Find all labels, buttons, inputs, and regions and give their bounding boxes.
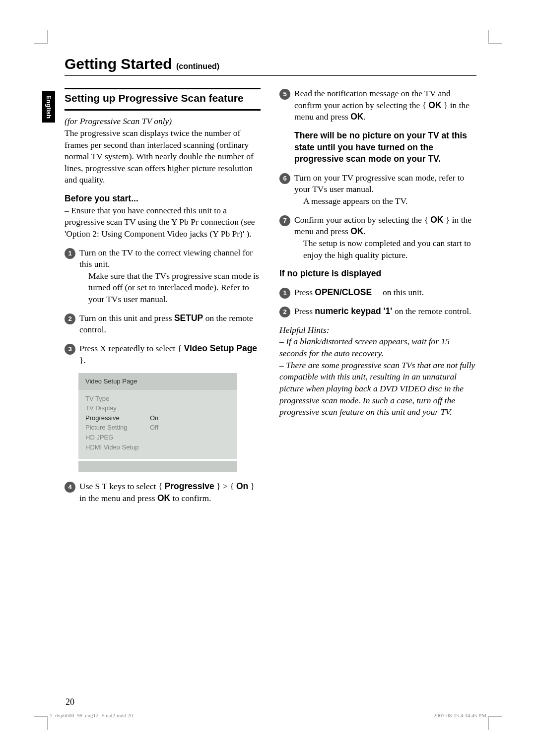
nopic-step-2: 2 Press numeric keypad '1' on the remote… xyxy=(279,306,475,317)
step-text: Confirm your action by selecting the { xyxy=(294,215,430,225)
hints-heading: Helpful Hints: xyxy=(279,324,475,336)
step-badge: 7 xyxy=(279,215,290,226)
step-bold: SETUP xyxy=(174,313,203,323)
intro-body: The progressive scan displays twice the … xyxy=(65,128,254,185)
step-2: 2 Turn on this unit and press SETUP on t… xyxy=(65,313,261,336)
nopic-step-1: 1 Press OPEN/CLOSE on this unit. xyxy=(279,287,475,299)
step-bold: numeric keypad '1' xyxy=(315,306,392,316)
footer-timestamp: 2007-08-15 4:34:45 PM xyxy=(434,712,486,718)
step-text: . xyxy=(364,226,366,236)
crop-mark-bl xyxy=(34,716,48,730)
language-tab: English xyxy=(42,91,55,123)
step-bold: Video Setup Page xyxy=(184,343,258,353)
step-text: Press X repeatedly to select { xyxy=(79,343,184,353)
page-number: 20 xyxy=(66,697,74,707)
step-badge: 2 xyxy=(279,307,290,317)
footer-filename: 1_dvp6600_98_eng12_Final2.indd 20 xyxy=(50,712,133,718)
step-text: Use S T keys to select { xyxy=(79,481,165,491)
step-bold: Progressive xyxy=(165,481,214,491)
step-6: 6 Turn on your TV progressive scan mode,… xyxy=(279,172,475,207)
menu-row: TV Type xyxy=(85,394,230,404)
step-text: Turn on this unit and press xyxy=(79,313,174,323)
page-title-continued: (continued) xyxy=(176,62,219,70)
menu-row-selected: ProgressiveOn xyxy=(85,413,230,423)
menu-header: Video Setup Page xyxy=(78,373,237,390)
step-bold: OK xyxy=(428,100,441,110)
step-text: on this unit. xyxy=(381,287,424,297)
menu-footer-bar xyxy=(78,461,237,472)
step-5: 5 Read the notification message on the T… xyxy=(279,88,475,123)
page-title: Getting Started (continued) xyxy=(65,56,476,76)
step-bold: OK xyxy=(350,226,363,236)
menu-row: TV Display xyxy=(85,403,230,413)
step-bold: On xyxy=(236,481,248,491)
step-text: Read the notification message on the TV … xyxy=(294,88,451,110)
crop-mark-tl xyxy=(34,30,48,44)
hint-1: – If a blank/distorted screen appears, w… xyxy=(279,336,475,359)
step-bold: OPEN/CLOSE xyxy=(315,287,372,297)
step-1: 1 Turn on the TV to the correct viewing … xyxy=(65,247,261,306)
menu-row: Picture SettingOff xyxy=(85,423,230,433)
step-3: 3 Press X repeatedly to select { Video S… xyxy=(65,343,261,366)
step-4: 4 Use S T keys to select { Progressive }… xyxy=(65,481,261,504)
footer: 1_dvp6600_98_eng12_Final2.indd 20 2007-0… xyxy=(50,712,486,718)
hint-2: – There are some progressive scan TVs th… xyxy=(279,360,475,418)
left-column: Setting up Progressive Scan feature (for… xyxy=(65,88,261,511)
step-text: Press xyxy=(294,287,315,297)
step-text: Press xyxy=(294,306,315,316)
menu-row: HDMI Video Setup xyxy=(85,442,230,452)
no-picture-heading: If no picture is displayed xyxy=(279,268,475,280)
step-bold: OK xyxy=(350,112,363,122)
warning-text: There will be no picture on your TV at t… xyxy=(279,130,475,165)
before-body: – Ensure that you have connected this un… xyxy=(65,205,255,239)
before-heading: Before you start... xyxy=(65,193,138,203)
crop-mark-br xyxy=(488,716,502,730)
step-bold: OK xyxy=(157,493,170,503)
step-badge: 6 xyxy=(279,173,290,184)
menu-row: HD JPEG xyxy=(85,433,230,442)
page-title-main: Getting Started xyxy=(65,56,172,72)
step-bold: OK xyxy=(430,215,443,225)
step-text: Turn on your TV progressive scan mode, r… xyxy=(294,173,464,194)
step-sub: A message appears on the TV. xyxy=(294,195,475,207)
step-text: on the remote control. xyxy=(393,306,471,316)
step-7: 7 Confirm your action by selecting the {… xyxy=(279,214,475,261)
step-sub: The setup is now completed and you can s… xyxy=(294,238,475,261)
step-text: }. xyxy=(79,355,86,365)
right-column: 5 Read the notification message on the T… xyxy=(279,88,475,511)
step-sub: Make sure that the TVs progressive scan … xyxy=(79,270,261,306)
step-badge: 2 xyxy=(65,314,75,324)
step-text: . xyxy=(364,112,366,122)
step-badge: 1 xyxy=(279,288,290,299)
page-content: Getting Started (continued) Setting up P… xyxy=(65,56,476,511)
language-tab-label: English xyxy=(45,95,53,119)
step-badge: 3 xyxy=(65,344,75,355)
step-text: } > { xyxy=(214,481,236,491)
video-setup-menu: Video Setup Page TV Type TV Display Prog… xyxy=(78,373,237,459)
intro-qualifier: (for Progressive Scan TV only) xyxy=(65,116,172,126)
step-badge: 1 xyxy=(65,248,75,259)
section-title: Setting up Progressive Scan feature xyxy=(65,90,261,106)
step-text: Turn on the TV to the correct viewing ch… xyxy=(79,248,253,269)
step-badge: 4 xyxy=(65,482,75,493)
step-badge: 5 xyxy=(279,89,290,100)
crop-mark-tr xyxy=(488,30,502,44)
step-text: to confirm. xyxy=(170,493,211,503)
menu-body: TV Type TV Display ProgressiveOn Picture… xyxy=(78,390,237,459)
